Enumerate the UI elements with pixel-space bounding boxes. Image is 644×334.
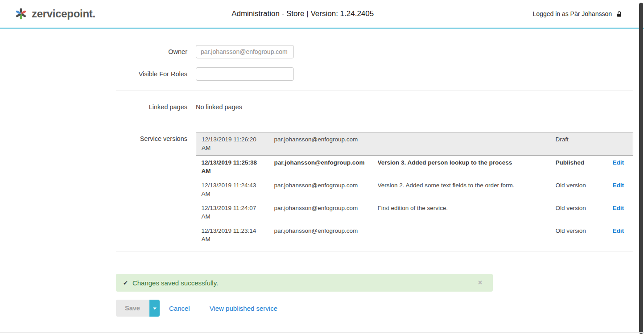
version-timestamp: 12/13/2019 11:24:43 AM <box>196 178 274 201</box>
checkmark-icon: ✔ <box>123 280 128 286</box>
asterisk-logo-icon <box>14 7 28 21</box>
version-row-old[interactable]: 12/13/2019 11:24:07 AM par.johansson@enf… <box>196 201 633 224</box>
linked-pages-label: Linked pages <box>116 103 187 111</box>
service-versions-label: Service versions <box>116 132 187 142</box>
version-user: par.johansson@enfogroup.com <box>274 132 378 156</box>
owner-input[interactable] <box>196 45 294 58</box>
linked-pages-value: No linked pages <box>196 103 633 111</box>
section-divider <box>116 121 633 121</box>
alert-close-icon[interactable]: × <box>475 279 485 287</box>
service-versions-table: 12/13/2019 11:26:20 AM par.johansson@enf… <box>196 132 633 247</box>
section-divider <box>116 90 633 91</box>
edit-version-link[interactable]: Edit <box>613 227 624 234</box>
content-area: Owner Visible For Roles Linked pages No … <box>0 35 644 317</box>
version-edit-cell <box>613 132 633 156</box>
edit-version-link[interactable]: Edit <box>613 159 624 166</box>
section-divider <box>116 35 633 35</box>
version-comment: First edition of the service. <box>378 201 556 224</box>
version-comment: Version 2. Added some text fields to the… <box>378 178 556 201</box>
visible-for-roles-input[interactable] <box>196 67 294 81</box>
owner-form-row: Owner <box>116 45 633 58</box>
version-row-old[interactable]: 12/13/2019 11:23:14 AM par.johansson@enf… <box>196 224 633 247</box>
version-status: Old version <box>556 224 613 247</box>
version-user: par.johansson@enfogroup.com <box>274 156 378 179</box>
zervicepoint-logo[interactable]: zervicepoint. <box>14 7 95 21</box>
version-user: par.johansson@enfogroup.com <box>274 224 378 247</box>
page-title: Administration - Store | Version: 1.24.2… <box>231 9 374 18</box>
view-published-service-link[interactable]: View published service <box>210 305 277 312</box>
version-comment: Version 3. Added person lookup to the pr… <box>378 156 556 179</box>
version-status: Old version <box>556 178 613 201</box>
save-button[interactable]: Save <box>116 300 149 317</box>
page-bottom-edge <box>0 332 644 333</box>
edit-version-link[interactable]: Edit <box>613 205 624 211</box>
linked-pages-row: Linked pages No linked pages <box>116 103 633 111</box>
edit-version-link[interactable]: Edit <box>613 182 624 189</box>
alert-message: Changes saved successfully. <box>132 279 218 287</box>
save-button-group: Save <box>116 300 160 317</box>
save-dropdown-button[interactable] <box>149 300 160 317</box>
vertical-scrollbar[interactable] <box>639 3 643 334</box>
version-row-old[interactable]: 12/13/2019 11:24:43 AM par.johansson@enf… <box>196 178 633 201</box>
logged-in-status: Logged in as Pär Johansson <box>533 10 623 17</box>
service-versions-row: Service versions 12/13/2019 11:26:20 AM … <box>116 132 633 247</box>
visible-for-roles-label: Visible For Roles <box>116 70 187 78</box>
cancel-link[interactable]: Cancel <box>169 305 190 312</box>
version-timestamp: 12/13/2019 11:26:20 AM <box>196 132 274 156</box>
version-timestamp: 12/13/2019 11:25:38 AM <box>196 156 274 179</box>
version-status: Published <box>556 156 613 179</box>
owner-label: Owner <box>116 48 187 55</box>
version-user: par.johansson@enfogroup.com <box>274 201 378 224</box>
version-user: par.johansson@enfogroup.com <box>274 178 378 201</box>
form-actions: Save Cancel View published service <box>116 300 633 317</box>
version-status: Old version <box>556 201 613 224</box>
logo-wordmark: zervicepoint. <box>32 8 95 20</box>
app-header: zervicepoint. Administration - Store | V… <box>0 0 644 29</box>
version-comment <box>378 132 556 156</box>
logged-in-text: Logged in as Pär Johansson <box>533 10 612 17</box>
version-status: Draft <box>556 132 613 156</box>
version-row-published[interactable]: 12/13/2019 11:25:38 AM par.johansson@enf… <box>196 156 633 179</box>
version-row-draft[interactable]: 12/13/2019 11:26:20 AM par.johansson@enf… <box>196 132 633 156</box>
version-timestamp: 12/13/2019 11:23:14 AM <box>196 224 274 247</box>
version-comment <box>378 224 556 247</box>
version-timestamp: 12/13/2019 11:24:07 AM <box>196 201 274 224</box>
visible-for-roles-form-row: Visible For Roles <box>116 67 633 81</box>
success-alert: ✔ Changes saved successfully. × <box>116 274 493 292</box>
lock-icon[interactable] <box>616 11 623 17</box>
section-divider <box>116 252 633 252</box>
chevron-down-icon <box>153 308 157 310</box>
